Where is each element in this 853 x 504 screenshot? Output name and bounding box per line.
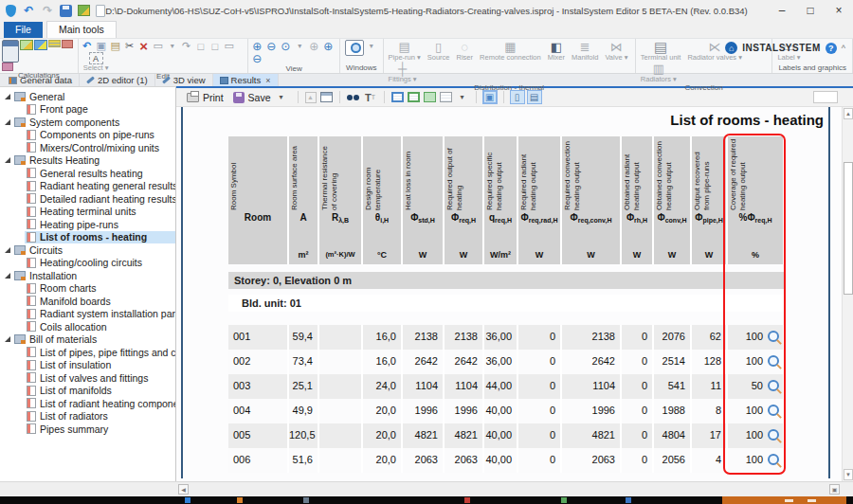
sidebar-item-heating-terminal-units[interactable]: Heating terminal units xyxy=(0,206,175,219)
export-icon[interactable] xyxy=(78,5,90,16)
fit-page-icon[interactable] xyxy=(483,91,497,103)
export-icon[interactable] xyxy=(305,92,317,103)
scroll-up-icon[interactable]: ▲ xyxy=(844,108,853,119)
ribbon-item-fittings[interactable]: Fittings ▾ xyxy=(386,62,420,83)
table-style-filled-icon[interactable] xyxy=(424,92,436,102)
table-icon[interactable] xyxy=(320,92,333,102)
copy-icon[interactable] xyxy=(95,40,108,52)
paste-icon[interactable] xyxy=(109,40,122,52)
taskbar-icon[interactable] xyxy=(561,497,567,503)
cut-icon[interactable] xyxy=(123,40,136,52)
errors-list-icon[interactable] xyxy=(62,40,73,48)
results-list-icon[interactable] xyxy=(48,40,61,47)
ribbon-item-remote-connection[interactable]: Remote connection xyxy=(477,40,544,62)
sidebar-item-bill-of-materials[interactable]: Bill of materials xyxy=(0,333,175,347)
windows-more-icon[interactable] xyxy=(365,40,378,52)
print-button[interactable]: Print xyxy=(184,89,227,106)
ribbon-item-terminal-unit[interactable]: Terminal unit xyxy=(638,40,684,62)
continuous-icon[interactable] xyxy=(528,91,541,103)
sidebar-item-list-of-rooms-heating[interactable]: List of rooms - heating xyxy=(0,231,175,244)
magnifier-icon[interactable] xyxy=(768,429,781,442)
redo-icon[interactable] xyxy=(41,4,54,17)
magnifier-icon[interactable] xyxy=(768,380,781,393)
sidebar-item-results-heating[interactable]: Results Heating xyxy=(0,154,175,168)
zoom-selection-icon[interactable] xyxy=(279,40,292,52)
magnifier-icon[interactable] xyxy=(768,405,781,418)
ribbon-item-source[interactable]: Source xyxy=(425,40,453,62)
zoom-in-icon[interactable] xyxy=(250,40,263,52)
sidebar-item-components-on-pipe-runs[interactable]: Components on pipe-runs xyxy=(0,129,175,142)
sidebar-item-mixers-control-mixing-units[interactable]: Mixers/Control/mixing units xyxy=(0,141,175,154)
magnifier-icon[interactable] xyxy=(768,454,781,467)
ribbon-item-mixer[interactable]: Mixer xyxy=(545,40,568,62)
sidebar-item-list-of-radiators[interactable]: List of radiators xyxy=(0,410,175,423)
font-size-icon[interactable] xyxy=(364,91,377,103)
expand-arrow-icon[interactable] xyxy=(5,94,10,99)
dropdown-arrow-icon[interactable] xyxy=(275,91,288,103)
sidebar-item-coils-allocation[interactable]: Coils allocation xyxy=(0,320,175,333)
taskbar-icon[interactable] xyxy=(626,497,631,503)
single-page-icon[interactable] xyxy=(511,91,524,103)
expand-arrow-icon[interactable] xyxy=(5,273,10,279)
table-style-green-icon[interactable] xyxy=(408,92,420,102)
close-icon[interactable]: × xyxy=(265,76,270,85)
redo-icon[interactable] xyxy=(180,40,193,52)
close-button[interactable]: × xyxy=(825,0,853,21)
zoom-window-icon[interactable] xyxy=(321,40,335,52)
expand-arrow-icon[interactable] xyxy=(5,336,10,342)
scroll-down-icon[interactable]: ▼ xyxy=(844,469,853,480)
taskbar-icon[interactable] xyxy=(185,497,191,503)
sidebar-item-system-components[interactable]: System components xyxy=(0,116,175,129)
ribbon-tab-main-tools[interactable]: Main tools xyxy=(46,21,117,38)
undo-icon[interactable] xyxy=(81,40,94,52)
taskbar[interactable] xyxy=(0,496,853,504)
sidebar-item-radiant-system-installation-parameters[interactable]: Radiant system installation parameters xyxy=(0,308,175,321)
minimize-button[interactable]: – xyxy=(768,0,796,21)
edit-more-icon[interactable] xyxy=(166,40,179,52)
sidebar-item-list-of-valves-and-fittings[interactable]: List of valves and fittings xyxy=(0,371,175,385)
windows-layout-icon[interactable] xyxy=(345,40,364,56)
sidebar-item-circuits[interactable]: Circuits xyxy=(0,243,175,257)
sidebar-item-list-of-radiant-heating-components[interactable]: List of radiant heating components xyxy=(0,397,175,410)
sidebar-item-general-results-heating[interactable]: General results heating xyxy=(0,167,175,180)
expand-arrow-icon[interactable] xyxy=(5,119,10,125)
magnifier-icon[interactable] xyxy=(768,331,781,344)
zoom-previous-icon[interactable] xyxy=(250,52,263,64)
diagnostics-icon[interactable] xyxy=(20,40,33,50)
sidebar-item-installation[interactable]: Installation xyxy=(0,269,175,282)
ribbon-item-pipe-run[interactable]: Pipe-run ▾ xyxy=(386,40,424,62)
sidebar-item-manifold-boards[interactable]: Manifold boards xyxy=(0,295,175,308)
scroll-left-icon[interactable]: ◀ xyxy=(178,484,189,495)
dropdown-icon[interactable] xyxy=(456,91,469,103)
delete-icon[interactable] xyxy=(137,40,151,52)
save-button[interactable]: Save xyxy=(230,89,291,106)
ribbon-item-riser[interactable]: Riser xyxy=(454,40,477,62)
sidebar-item-pipes-summary[interactable]: Pipes summary xyxy=(0,423,175,436)
sidebar-item-list-of-pipes-pipe-fittings-and-couplings[interactable]: List of pipes, pipe fittings and couplin… xyxy=(0,346,175,359)
transform-icon[interactable] xyxy=(152,40,165,52)
collapse-ribbon-icon[interactable]: ^ xyxy=(842,44,845,53)
app-logo-icon[interactable] xyxy=(6,5,16,17)
sidebar-item-radiant-heating-general-results[interactable]: Radiant heating general results xyxy=(0,180,175,193)
table-style-plain-icon[interactable] xyxy=(440,92,452,102)
taskbar-icon[interactable] xyxy=(464,497,470,503)
sidebar-item-list-of-manifolds[interactable]: List of manifolds xyxy=(0,385,175,398)
help-icon[interactable]: ? xyxy=(826,43,837,54)
sidebar-item-front-page[interactable]: Front page xyxy=(0,103,175,117)
magnifier-icon[interactable] xyxy=(768,355,781,369)
sidebar-item-list-of-insulation[interactable]: List of insulation xyxy=(0,359,175,372)
binoculars-icon[interactable] xyxy=(347,91,360,103)
taskbar-icon[interactable] xyxy=(303,497,309,503)
taskbar-icon[interactable] xyxy=(237,497,243,503)
table-style-blue-icon[interactable] xyxy=(391,92,404,102)
sidebar-item-heating-cooling-circuits[interactable]: Heating/cooling circuits xyxy=(0,257,175,270)
align-icon[interactable] xyxy=(194,40,208,52)
sidebar-item-general[interactable]: General xyxy=(0,90,175,103)
save-icon[interactable] xyxy=(60,5,72,17)
distribute-icon[interactable] xyxy=(209,40,222,52)
toolbar-view-box[interactable] xyxy=(813,91,838,103)
ribbon-item-select[interactable]: Select ▾ xyxy=(81,52,112,72)
sidebar-item-heating-pipe-runs[interactable]: Heating pipe-runs xyxy=(0,218,175,231)
new-document-icon[interactable] xyxy=(96,5,105,17)
zoom-extents-icon[interactable] xyxy=(307,40,320,52)
